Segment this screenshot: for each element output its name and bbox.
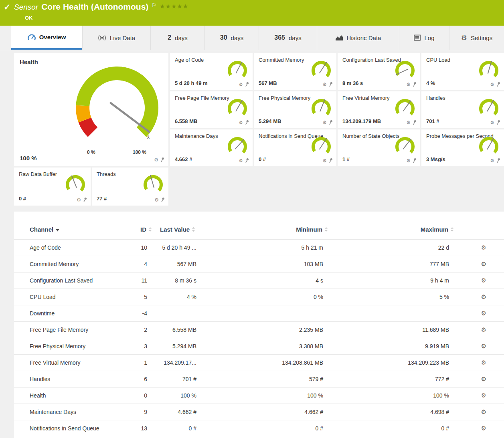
priority-stars[interactable]: ★★★★★ xyxy=(160,3,188,10)
pin-icon[interactable] xyxy=(329,120,333,125)
tab-30-days[interactable]: 30days xyxy=(204,26,259,50)
channel-settings-gear-icon[interactable]: ⚙ xyxy=(481,343,486,349)
gear-icon[interactable]: ⚙ xyxy=(322,120,327,125)
channel-settings-gear-icon[interactable]: ⚙ xyxy=(481,392,486,399)
channel-settings-gear-icon[interactable]: ⚙ xyxy=(481,293,486,300)
pin-icon[interactable] xyxy=(245,158,249,163)
channel-minimum: 579 # xyxy=(209,371,337,388)
gauge-card[interactable]: Number of State Objects1 #⚙ xyxy=(338,129,420,166)
gauge-card[interactable]: Free Page File Memory6.558 MB⚙ xyxy=(170,91,253,128)
gauge-card[interactable]: Free Virtual Memory134.209.179 MB⚙ xyxy=(338,91,420,128)
tab-365-days[interactable]: 365days xyxy=(259,26,317,50)
gear-icon[interactable]: ⚙ xyxy=(239,120,243,125)
channel-id: 0 xyxy=(130,388,159,404)
gear-icon[interactable]: ⚙ xyxy=(154,198,159,202)
gauge-dial xyxy=(393,98,417,119)
gear-icon[interactable]: ⚙ xyxy=(490,120,494,125)
gear-icon[interactable]: ⚙ xyxy=(77,198,81,202)
pin-icon[interactable] xyxy=(245,120,249,125)
channel-settings-gear-icon[interactable]: ⚙ xyxy=(481,310,486,317)
gear-icon[interactable]: ⚙ xyxy=(239,158,243,163)
channel-settings-gear-icon[interactable]: ⚙ xyxy=(481,277,486,284)
pin-icon[interactable] xyxy=(160,157,164,162)
gear-icon[interactable]: ⚙ xyxy=(490,82,494,87)
health-gauge-card[interactable]: Health 0 % 100 % x̄ 100 % ⚙ xyxy=(14,53,168,166)
gauge-dial xyxy=(393,136,417,157)
channel-settings-gear-icon[interactable]: ⚙ xyxy=(481,359,486,366)
gauge-card[interactable]: Threads77 #⚙ xyxy=(92,168,168,206)
gear-icon[interactable]: ⚙ xyxy=(406,158,411,163)
tab-live-data[interactable]: Live Data xyxy=(82,26,150,50)
gauge-title: Number of State Objects xyxy=(342,133,400,139)
gauge-card[interactable]: Maintenance Days4.662 #⚙ xyxy=(170,129,253,166)
tab-overview[interactable]: Overview xyxy=(11,26,82,50)
channel-settings-gear-icon[interactable]: ⚙ xyxy=(481,260,486,267)
pin-icon[interactable] xyxy=(413,120,417,125)
gauge-card[interactable]: Configuration Last Saved8 m 36 s⚙ xyxy=(338,53,420,90)
gauge-dial xyxy=(477,98,500,119)
channel-maximum: 5 % xyxy=(337,289,464,305)
tab-label: days xyxy=(231,34,244,41)
gear-icon[interactable]: ⚙ xyxy=(239,82,243,87)
channel-settings-cell: ⚙ xyxy=(464,305,504,322)
pin-icon[interactable] xyxy=(245,82,249,87)
gauge-card[interactable]: Committed Memory567 MB⚙ xyxy=(254,53,336,90)
gauge-value: 0 # xyxy=(259,156,266,162)
channel-settings-gear-icon[interactable]: ⚙ xyxy=(481,244,486,251)
gauge-card[interactable]: Free Physical Memory5.294 MB⚙ xyxy=(254,91,336,128)
column-header-last-value[interactable]: Last Value xyxy=(159,226,209,240)
column-header-id[interactable]: ID xyxy=(130,226,159,240)
channel-maximum: 9 h 4 m xyxy=(337,272,464,289)
flag-icon[interactable]: ⚐ xyxy=(152,2,156,8)
gauge-card[interactable]: Notifications in Send Queue0 #⚙ xyxy=(254,129,336,166)
channel-id: 10 xyxy=(130,240,159,256)
pin-icon[interactable] xyxy=(329,158,333,163)
pin-icon[interactable] xyxy=(83,197,87,202)
gauge-card-icons: ⚙ xyxy=(77,197,87,202)
pin-icon[interactable] xyxy=(496,158,500,163)
column-header-channel[interactable]: Channel xyxy=(14,226,130,240)
gear-icon[interactable]: ⚙ xyxy=(490,158,494,163)
channel-settings-gear-icon[interactable]: ⚙ xyxy=(481,326,486,333)
gear-icon[interactable]: ⚙ xyxy=(154,157,158,162)
health-gauge-dial xyxy=(67,60,167,156)
pin-icon[interactable] xyxy=(496,82,500,87)
pin-icon[interactable] xyxy=(413,158,417,163)
gauge-title: Handles xyxy=(426,95,446,101)
tab-label: Settings xyxy=(471,34,492,41)
gear-icon[interactable]: ⚙ xyxy=(322,82,327,87)
gauge-value: 0 # xyxy=(19,196,26,202)
tab-historic-data[interactable]: Historic Data xyxy=(317,26,399,50)
gauge-dial xyxy=(142,174,165,196)
gauge-card[interactable]: Raw Data Buffer0 #⚙ xyxy=(14,168,91,206)
gauge-value: 77 # xyxy=(97,196,107,202)
channel-id: 11 xyxy=(130,272,159,289)
channel-last-value: 701 # xyxy=(159,371,209,388)
pin-icon[interactable] xyxy=(161,197,165,202)
gauge-value: 3 Msg/s xyxy=(426,156,445,162)
tab-settings[interactable]: ⚙Settings xyxy=(449,26,504,50)
gauge-card[interactable]: Probe Messages per Second3 Msg/s⚙ xyxy=(421,129,504,166)
tab-2-days[interactable]: 2days xyxy=(150,26,204,50)
gauge-card[interactable]: CPU Load4 %⚙ xyxy=(421,53,504,90)
channel-settings-gear-icon[interactable]: ⚙ xyxy=(481,408,486,415)
gauge-card-icons: ⚙ xyxy=(239,82,249,87)
channel-settings-gear-icon[interactable]: ⚙ xyxy=(481,375,486,382)
pin-icon[interactable] xyxy=(496,120,500,125)
gauge-card[interactable]: Age of Code5 d 20 h 49 m⚙ xyxy=(170,53,253,90)
pin-icon[interactable] xyxy=(329,82,333,87)
column-header-maximum[interactable]: Maximum xyxy=(337,226,464,240)
gear-icon[interactable]: ⚙ xyxy=(406,120,411,125)
channel-settings-gear-icon[interactable]: ⚙ xyxy=(481,425,486,432)
gauge-card[interactable]: Handles701 #⚙ xyxy=(421,91,504,128)
pin-icon[interactable] xyxy=(413,82,417,87)
gear-icon[interactable]: ⚙ xyxy=(406,82,411,87)
channel-last-value: 4.662 # xyxy=(159,404,209,420)
channel-row: Downtime-4⚙ xyxy=(14,305,504,322)
gauge-dial xyxy=(226,136,249,157)
gear-icon[interactable]: ⚙ xyxy=(322,158,327,163)
column-header-minimum[interactable]: Minimum xyxy=(209,226,337,240)
tab-log[interactable]: Log xyxy=(399,26,449,50)
gauge-card-icons: ⚙ xyxy=(406,82,417,87)
health-card-icons: ⚙ xyxy=(154,157,164,162)
